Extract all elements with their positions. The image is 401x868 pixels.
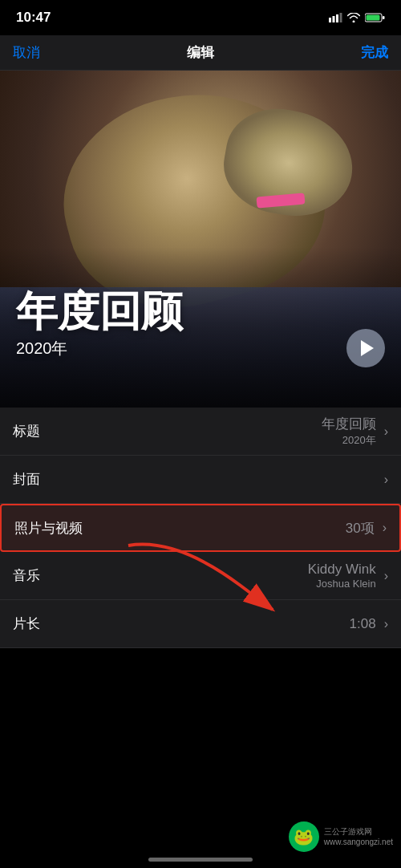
- svg-rect-1: [333, 16, 335, 22]
- battery-icon: [365, 13, 385, 22]
- title-value-main: 年度回顾: [322, 415, 376, 433]
- svg-rect-0: [329, 18, 331, 22]
- settings-value-photos: 30项 ›: [346, 519, 387, 537]
- status-time: 10:47: [16, 10, 51, 26]
- title-chevron: ›: [384, 424, 388, 439]
- settings-value-title: 年度回顾 2020年 ›: [322, 415, 388, 448]
- hero-image: 年度回顾 2020年: [0, 71, 401, 408]
- cover-chevron: ›: [384, 473, 388, 487]
- status-bar: 10:47: [0, 0, 401, 35]
- nav-title: 编辑: [187, 43, 214, 62]
- settings-label-photos: 照片与视频: [14, 519, 83, 537]
- status-icons: [329, 13, 385, 22]
- signal-icon: [329, 13, 342, 22]
- settings-item-cover[interactable]: 封面 ›: [0, 456, 401, 504]
- music-value-main: Kiddy Wink: [308, 562, 376, 578]
- svg-rect-5: [383, 16, 385, 19]
- hero-title: 年度回顾: [16, 289, 183, 335]
- duration-value-main: 1:08: [350, 616, 376, 632]
- photos-chevron: ›: [383, 521, 387, 535]
- watermark: 🐸 三公子游戏网 www.sangongzi.net: [289, 821, 393, 852]
- photos-value-main: 30项: [346, 519, 375, 537]
- settings-value-duration: 1:08 ›: [350, 616, 388, 632]
- music-value-sub: Joshua Klein: [308, 578, 376, 590]
- settings-value-cover: ›: [381, 473, 388, 487]
- settings-item-title[interactable]: 标题 年度回顾 2020年 ›: [0, 408, 401, 456]
- play-button[interactable]: [346, 329, 385, 367]
- hero-text: 年度回顾 2020年: [16, 289, 183, 359]
- settings-label-cover: 封面: [13, 470, 40, 489]
- svg-rect-6: [367, 15, 380, 21]
- settings-item-duration[interactable]: 片长 1:08 ›: [0, 600, 401, 648]
- settings-item-music[interactable]: 音乐 Kiddy Wink Joshua Klein ›: [0, 552, 401, 600]
- watermark-text: 三公子游戏网 www.sangongzi.net: [324, 826, 393, 847]
- wifi-icon: [347, 13, 360, 22]
- settings-value-music: Kiddy Wink Joshua Klein ›: [308, 562, 388, 590]
- settings-label-title: 标题: [13, 422, 40, 440]
- svg-rect-2: [336, 14, 338, 22]
- settings-label-duration: 片长: [13, 614, 40, 633]
- nav-bar: 取消 编辑 完成: [0, 35, 401, 71]
- watermark-icon: 🐸: [289, 821, 319, 852]
- music-chevron: ›: [384, 569, 388, 583]
- hero-subtitle: 2020年: [16, 338, 183, 359]
- duration-chevron: ›: [384, 617, 388, 631]
- settings-label-music: 音乐: [13, 566, 40, 585]
- title-value-sub: 2020年: [322, 433, 376, 448]
- settings-item-photos[interactable]: 照片与视频 30项 ›: [0, 504, 401, 552]
- cancel-button[interactable]: 取消: [13, 43, 40, 62]
- svg-rect-3: [340, 13, 342, 22]
- home-indicator: [148, 858, 253, 862]
- done-button[interactable]: 完成: [361, 43, 388, 62]
- settings-list: 标题 年度回顾 2020年 › 封面 › 照片与视频 30项 › 音乐 Kidd…: [0, 408, 401, 648]
